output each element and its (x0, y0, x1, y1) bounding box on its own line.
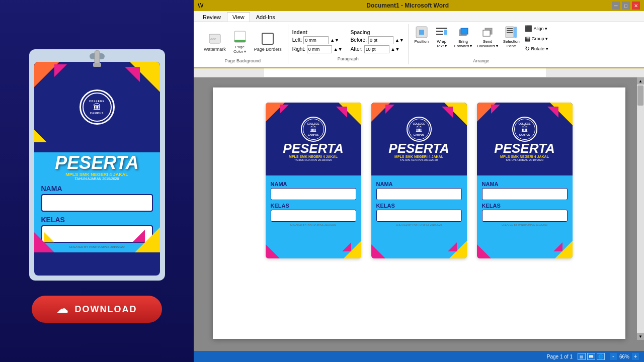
spacing-before-spinner[interactable]: ▲▼ (395, 38, 404, 43)
zoom-out-button[interactable]: - (610, 353, 617, 360)
window-icon: W (198, 2, 203, 9)
document-page: COLLEGE 🏛 CAMPUS PESERTA MPLS SMK NEGERI… (213, 87, 625, 339)
send-backward-label: SendBackward ▾ (477, 39, 498, 48)
badge3-peserta: PESERTA (494, 142, 554, 155)
scroll-up-button[interactable]: ▲ (637, 77, 644, 84)
svg-rect-1 (93, 63, 101, 67)
badge2-top: COLLEGE 🏛 CAMPUS PESERTA MPLS SMK NEGERI… (371, 103, 467, 175)
decor-tri5 (34, 130, 47, 142)
spacing-before-input[interactable] (368, 36, 393, 44)
decor-tri2 (125, 67, 140, 82)
paragraph-controls: Indent Left: ▲▼ Right: ▲▼ Spacing (292, 26, 404, 56)
scroll-track[interactable] (637, 84, 644, 333)
badge2-nama-label: NAMA (376, 181, 462, 187)
position-button[interactable]: Position (413, 24, 431, 45)
tab-addins[interactable]: Add-Ins (251, 13, 280, 22)
badge3-college-bottom: CAMPUS (519, 133, 530, 136)
svg-rect-16 (483, 30, 490, 36)
badge2-btri3 (371, 244, 385, 258)
page-borders-icon (260, 31, 276, 47)
scroll-down-button[interactable]: ▼ (637, 333, 644, 340)
badge2-seal-inner: COLLEGE 🏛 CAMPUS (409, 119, 430, 140)
wrap-text-button[interactable]: WrapText ▾ (433, 24, 451, 49)
badge3-btri3 (477, 244, 491, 258)
indent-right-label: Right: (292, 46, 305, 52)
indent-left-spinner[interactable]: ▲▼ (330, 38, 339, 43)
window-title: Document1 - Microsoft Word (203, 2, 612, 9)
watermark-label: Watermark (204, 47, 226, 52)
ribbon-arrange: Position WrapText ▾ BringForward ▾ (409, 24, 554, 64)
paragraph-title: Paragraph (338, 56, 359, 62)
ribbon-page-background: abc Watermark PageColor ▾ Page Borders (198, 24, 288, 64)
svg-rect-6 (262, 33, 273, 44)
decor-tri4 (54, 64, 67, 77)
badge3-tri4 (491, 105, 500, 114)
word-panel: W Document1 - Microsoft Word ─ □ ✕ Revie… (194, 0, 644, 362)
badge2-seal: COLLEGE 🏛 CAMPUS (407, 117, 432, 142)
close-button[interactable]: ✕ (632, 2, 640, 10)
ribbon-tabs: Review View Add-Ins (194, 11, 644, 22)
scroll-thumb[interactable] (637, 85, 643, 106)
tab-view[interactable]: View (227, 12, 250, 22)
indent-left-input[interactable] (303, 36, 329, 44)
selection-pane-label: SelectionPane (503, 39, 520, 48)
watermark-button[interactable]: abc Watermark (202, 30, 228, 53)
minimize-button[interactable]: ─ (612, 2, 620, 10)
spacing-before-label: Before: (351, 37, 367, 43)
page-background-title: Page Background (225, 58, 261, 64)
badge2-college-bottom: CAMPUS (414, 133, 425, 136)
download-label: DOWNLOAD (75, 304, 137, 315)
badge2-footer: CREATED BY PANITIA MPLS 2019/2020 (376, 223, 462, 226)
spacing-label: Spacing (351, 30, 404, 35)
bring-forward-label: BringForward ▾ (454, 39, 472, 48)
badge2-kelas-box (376, 210, 462, 222)
full-reading-button[interactable]: 📖 (587, 353, 595, 360)
badge2-nama-box (376, 188, 462, 200)
indent-right-spinner[interactable]: ▲▼ (334, 47, 343, 52)
align-icon: ⬛ (525, 25, 532, 32)
maximize-button[interactable]: □ (622, 2, 630, 10)
badge3-seal: COLLEGE 🏛 CAMPUS (512, 117, 537, 142)
badges-row: COLLEGE 🏛 CAMPUS PESERTA MPLS SMK NEGERI… (266, 103, 573, 258)
spacing-after-spinner[interactable]: ▲▼ (391, 47, 400, 52)
badge1-top: COLLEGE 🏛 CAMPUS PESERTA MPLS SMK NEGERI… (266, 103, 361, 175)
zoom-in-button[interactable]: + (632, 353, 639, 360)
ribbon: abc Watermark PageColor ▾ Page Borders (194, 22, 644, 68)
college-seal: COLLEGE 🏛 CAMPUS (79, 89, 115, 125)
badge3-bottom: NAMA KELAS CREATED BY PANITIA MPLS 2019/… (477, 175, 573, 258)
indent-left-label: Left: (292, 37, 302, 43)
page-borders-label: Page Borders (254, 47, 282, 52)
page-indicator: Page 1 of 1 (547, 354, 573, 359)
indent-right-input[interactable] (307, 45, 332, 53)
tab-review[interactable]: Review (198, 13, 226, 22)
badge1-btri3 (266, 244, 280, 258)
left-panel: COLLEGE 🏛 CAMPUS PESERTA MPLS SMK NEGERI… (0, 0, 194, 362)
badge1-tahun: TAHUN AJARAN 2019/2020 (294, 158, 332, 161)
mpls-text: MPLS SMK NEGERI 4 JAKAL (41, 172, 153, 177)
clip-icon (87, 50, 107, 78)
spacing-after-input[interactable] (364, 45, 389, 53)
bottom-tri2 (132, 230, 145, 242)
badge1-footer: CREATED BY PANITIA MPLS 2019/2020 (271, 223, 356, 226)
svg-rect-5 (234, 40, 246, 42)
page-borders-button[interactable]: Page Borders (252, 30, 284, 53)
seal-building-icon: 🏛 (93, 103, 101, 112)
indent-right-row: Right: ▲▼ (292, 45, 343, 53)
align-label: Align ▾ (534, 26, 548, 31)
send-backward-button[interactable]: SendBackward ▾ (475, 24, 499, 49)
bring-forward-button[interactable]: BringForward ▾ (453, 24, 474, 49)
svg-rect-9 (436, 28, 447, 29)
selection-pane-button[interactable]: SelectionPane (502, 24, 521, 49)
group-button[interactable]: ▦ Group ▾ (523, 34, 550, 43)
svg-rect-19 (507, 28, 513, 29)
document-area[interactable]: COLLEGE 🏛 CAMPUS PESERTA MPLS SMK NEGERI… (194, 77, 644, 351)
print-layout-button[interactable]: ▤ (578, 353, 586, 360)
vertical-scrollbar[interactable]: ▲ ▼ (637, 77, 644, 340)
web-layout-button[interactable]: 🌐 (597, 353, 605, 360)
download-icon: ☁ (57, 303, 69, 316)
rotate-button[interactable]: ↻ Rotate ▾ (523, 44, 550, 53)
page-color-button[interactable]: PageColor ▾ (230, 28, 250, 55)
download-button[interactable]: ☁ DOWNLOAD (32, 296, 163, 323)
page-background-buttons: abc Watermark PageColor ▾ Page Borders (202, 24, 284, 58)
align-button[interactable]: ⬛ Align ▾ (523, 24, 550, 33)
